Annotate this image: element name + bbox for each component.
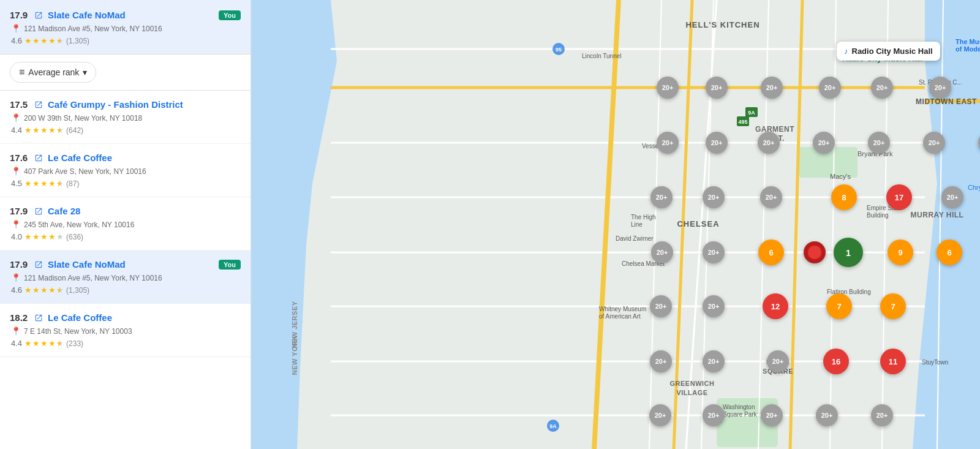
reviews-count: (642): [66, 126, 83, 135]
external-link-icon: [34, 100, 43, 109]
map-cluster-c19[interactable]: 8: [831, 184, 857, 210]
external-link-icon: [34, 207, 43, 216]
map-cluster-c39[interactable]: 11: [880, 349, 906, 374]
map-cluster-c12[interactable]: 20+: [813, 132, 835, 154]
reviews-count: (1,305): [66, 286, 89, 295]
map-cluster-c40[interactable]: 20+: [649, 404, 671, 426]
svg-text:The Museum: The Museum: [956, 38, 980, 45]
external-link-icon: [34, 314, 43, 322]
svg-text:Chrysler Building: Chrysler Building: [968, 184, 980, 191]
svg-text:Lincoln Tunnel: Lincoln Tunnel: [582, 53, 622, 59]
map-cluster-c31[interactable]: 20+: [703, 295, 725, 317]
map-svg: HELL'S KITCHEN GARMENT DIST. CHELSEA MID…: [251, 0, 980, 449]
map-cluster-c37[interactable]: 20+: [767, 350, 789, 372]
map-cluster-c28[interactable]: 9: [888, 240, 913, 265]
svg-text:GREENWICH: GREENWICH: [670, 380, 715, 387]
average-rank-filter[interactable]: ≡ Average rank ▾: [10, 62, 96, 83]
star-rating: ★★★★★★: [24, 285, 64, 295]
result-item-1[interactable]: 17.6 Le Cafe Coffee 📍 407 Park Ave S, Ne…: [0, 144, 251, 197]
svg-text:9A: 9A: [748, 110, 755, 116]
map-cluster-c18[interactable]: 20+: [760, 186, 782, 208]
top-result-item[interactable]: 17.9 Slate Cafe NoMad You 📍 121 Madison …: [0, 0, 251, 55]
svg-text:9A: 9A: [549, 423, 557, 429]
result-address-text: 121 Madison Ave #5, New York, NY 10016: [24, 25, 162, 33]
result-item-4[interactable]: 18.2 Le Cafe Coffee 📍 7 E 14th St, New Y…: [0, 304, 251, 357]
pin-icon: 📍: [11, 24, 21, 33]
map-cluster-c36[interactable]: 20+: [703, 350, 725, 372]
map-cluster-c27[interactable]: 1: [834, 238, 863, 267]
result-address-text: 7 E 14th St, New York, NY 10003: [24, 327, 132, 336]
reviews-count: (233): [66, 339, 83, 348]
map-cluster-c11[interactable]: 20+: [758, 132, 780, 154]
map-cluster-c20[interactable]: 17: [886, 184, 912, 210]
external-link-icon: [34, 154, 43, 162]
map-cluster-c5[interactable]: 20+: [871, 77, 893, 99]
map-cluster-c6[interactable]: 20+: [929, 77, 951, 99]
external-link-icon: [34, 260, 43, 269]
map-cluster-c21[interactable]: 20+: [941, 186, 963, 208]
svg-text:CHELSEA: CHELSEA: [677, 219, 719, 228]
map-cluster-c10[interactable]: 20+: [706, 132, 728, 154]
result-address-text: 121 Madison Ave #5, New York, NY 10016: [24, 274, 162, 282]
map-cluster-c41[interactable]: 20+: [703, 404, 725, 426]
rating-number: 4.4: [11, 126, 22, 135]
radio-city-tooltip[interactable]: ♪ Radio City Music Hall: [837, 42, 940, 61]
pin-icon: 📍: [11, 273, 21, 282]
result-name: Café Grumpy - Fashion District: [48, 99, 241, 110]
pin-icon: 📍: [11, 113, 21, 123]
rating-number: 4.5: [11, 179, 22, 188]
map-cluster-c44[interactable]: 20+: [871, 404, 893, 426]
reviews-count: (1,305): [66, 37, 89, 45]
rating-number: 4.6: [11, 285, 22, 295]
map-cluster-c23[interactable]: 20+: [651, 241, 673, 263]
map-cluster-c16[interactable]: 20+: [650, 186, 673, 208]
pin-icon: 📍: [11, 220, 21, 229]
rank-score: 17.9: [10, 10, 29, 20]
svg-text:Washington: Washington: [723, 404, 755, 410]
map-cluster-c30[interactable]: 20+: [650, 295, 672, 317]
filter-label: Average rank: [28, 67, 79, 77]
map-cluster-c2[interactable]: 20+: [706, 77, 728, 99]
svg-text:GARMENT: GARMENT: [755, 125, 794, 134]
map-cluster-c29[interactable]: 6: [937, 240, 962, 265]
star-rating: ★★★★★★: [24, 179, 64, 188]
result-item-0[interactable]: 17.5 Café Grumpy - Fashion District 📍 20…: [0, 91, 251, 144]
map-cluster-c4[interactable]: 20+: [819, 77, 841, 99]
map-cluster-c24[interactable]: 20+: [703, 241, 725, 263]
result-item-3[interactable]: 17.9 Slate Cafe NoMad You 📍 121 Madison …: [0, 251, 251, 304]
rank-score: 17.5: [10, 99, 29, 110]
svg-text:MURRAY HILL: MURRAY HILL: [911, 211, 964, 219]
reviews-count: (636): [66, 233, 83, 241]
map-cluster-c38[interactable]: 16: [823, 349, 849, 374]
map-cluster-c26[interactable]: [804, 241, 826, 263]
you-badge: You: [219, 260, 241, 270]
result-name: Slate Cafe NoMad: [48, 10, 214, 20]
svg-text:David Zwirner: David Zwirner: [616, 235, 654, 242]
map-cluster-c35[interactable]: 20+: [650, 350, 672, 372]
map-cluster-c25[interactable]: 6: [758, 240, 784, 265]
svg-text:VILLAGE: VILLAGE: [676, 389, 707, 396]
map-cluster-c34[interactable]: 7: [880, 293, 906, 319]
map-cluster-c14[interactable]: 20+: [923, 132, 945, 154]
rating-number: 4.6: [11, 36, 22, 45]
rank-score: 17.9: [10, 259, 29, 270]
svg-text:NEW YORK: NEW YORK: [291, 336, 298, 375]
pin-icon: 📍: [11, 167, 21, 176]
pin-icon: 📍: [11, 326, 21, 336]
radio-city-label: Radio City Music Hall: [852, 47, 933, 56]
external-link-icon: [34, 11, 43, 20]
map-cluster-c43[interactable]: 20+: [816, 404, 838, 426]
map-cluster-c3[interactable]: 20+: [761, 77, 783, 99]
filter-icon: ≡: [19, 67, 24, 78]
map-cluster-c9[interactable]: 20+: [657, 132, 679, 154]
map-cluster-c17[interactable]: 20+: [703, 186, 725, 208]
result-address-text: 407 Park Ave S, New York, NY 10016: [24, 167, 146, 176]
map-cluster-c42[interactable]: 20+: [761, 404, 783, 426]
result-item-2[interactable]: 17.9 Cafe 28 📍 245 5th Ave, New York, NY…: [0, 197, 251, 251]
map-panel[interactable]: HELL'S KITCHEN GARMENT DIST. CHELSEA MID…: [251, 0, 980, 449]
map-cluster-c32[interactable]: 12: [763, 293, 788, 319]
map-cluster-c33[interactable]: 7: [826, 293, 852, 319]
map-cluster-c13[interactable]: 20+: [868, 132, 890, 154]
map-cluster-c1[interactable]: 20+: [657, 77, 679, 99]
svg-text:HELL'S KITCHEN: HELL'S KITCHEN: [685, 20, 760, 29]
